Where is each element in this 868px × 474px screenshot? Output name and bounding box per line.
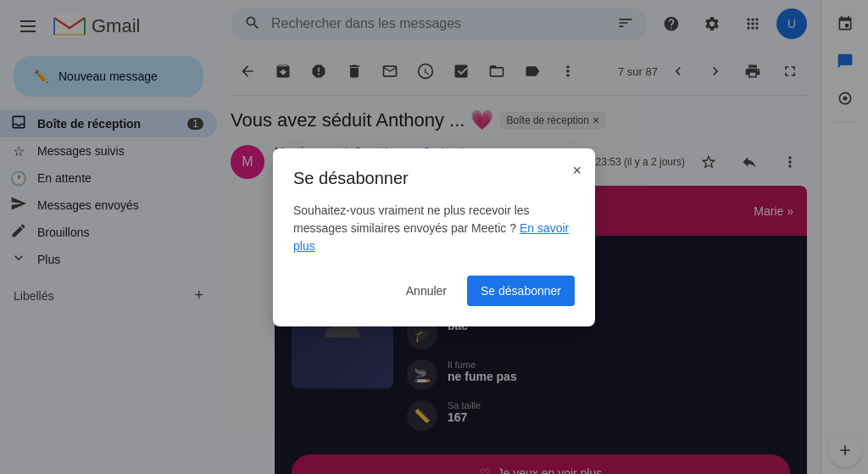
modal-body: Souhaitez-vous vraiment ne plus recevoir… bbox=[293, 202, 575, 255]
confirm-unsubscribe-button[interactable]: Se désabonner bbox=[467, 276, 575, 306]
unsubscribe-modal: Se désabonner × Souhaitez-vous vraiment … bbox=[273, 148, 595, 326]
modal-overlay[interactable]: Se désabonner × Souhaitez-vous vraiment … bbox=[0, 0, 868, 474]
modal-close-button[interactable]: × bbox=[572, 162, 581, 180]
modal-title: Se désabonner bbox=[293, 169, 575, 188]
cancel-button[interactable]: Annuler bbox=[392, 276, 460, 306]
modal-body-text: Souhaitez-vous vraiment ne plus recevoir… bbox=[293, 204, 530, 235]
modal-actions: Annuler Se désabonner bbox=[293, 276, 575, 306]
